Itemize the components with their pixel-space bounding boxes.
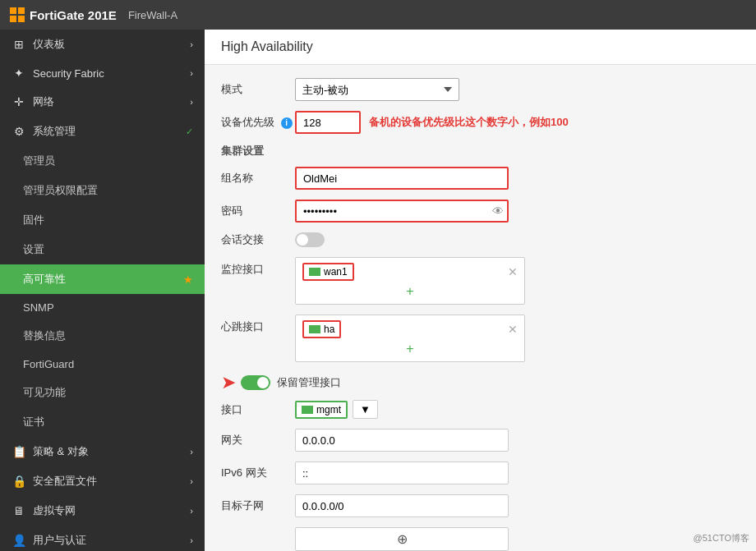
check-icon: ✓ <box>186 126 193 137</box>
main-layout: ⊞ 仪表板 › ✦ Security Fabric › ✛ 网络 › ⚙ 系统管… <box>0 30 756 551</box>
hostname: FireWall-A <box>128 9 177 21</box>
chevron-icon: › <box>190 447 193 457</box>
ipv6-gateway-row: IPv6 网关 <box>221 461 740 484</box>
sidebar-item-network[interactable]: ✛ 网络 › <box>0 87 205 117</box>
network-icon: ✛ <box>12 95 26 108</box>
group-name-label: 组名称 <box>221 171 295 186</box>
sidebar-item-policy[interactable]: 📋 策略 & 对象 › <box>0 437 205 466</box>
sidebar-item-dashboard[interactable]: ⊞ 仪表板 › <box>0 30 205 59</box>
sidebar-item-user-auth[interactable]: 👤 用户与认证 › <box>0 526 205 551</box>
remove-heartbeat-iface-icon[interactable]: ✕ <box>508 323 518 336</box>
gateway-input[interactable] <box>295 429 509 452</box>
password-row: 密码 👁 <box>221 200 740 223</box>
sidebar-item-visible-func[interactable]: 可见功能 <box>0 378 205 407</box>
password-label: 密码 <box>221 204 295 218</box>
gateway-row: 网关 <box>221 429 740 452</box>
sidebar-item-firmware[interactable]: 固件 <box>0 205 205 235</box>
heartbeat-iface-tag: ha <box>302 320 341 338</box>
iface-icon <box>309 268 320 276</box>
interface-dropdown-row: mgmt ▼ <box>295 400 378 419</box>
sidebar-item-snmp[interactable]: SNMP <box>0 294 205 321</box>
session-sync-row: 会话交接 <box>221 232 740 247</box>
sidebar-item-security-fabric[interactable]: ✦ Security Fabric › <box>0 59 205 87</box>
content-area: High Availability 模式 主动-被动 主动-主动 独立 设备优先… <box>205 30 756 551</box>
remove-monitor-iface-icon[interactable]: ✕ <box>508 265 518 278</box>
sidebar-label-user-auth: 用户与认证 <box>33 533 86 548</box>
interface-dropdown-button[interactable]: ▼ <box>353 400 378 419</box>
sidebar-item-vpn[interactable]: 🖥 虚拟专网 › <box>0 496 205 526</box>
priority-input[interactable] <box>295 111 361 134</box>
sidebar-label-fortiguard: FortiGuard <box>23 358 74 370</box>
interface-tag: mgmt <box>295 401 348 419</box>
monitor-iface-row: 监控接口 wan1 ✕ + <box>221 257 740 305</box>
chevron-icon: › <box>190 476 193 486</box>
ipv6-gateway-input[interactable] <box>295 461 509 484</box>
heartbeat-iface-value: ha <box>324 324 334 335</box>
dest-subnet-label: 目标子网 <box>221 498 295 513</box>
sidebar-label-cert: 证书 <box>23 415 44 429</box>
group-name-row: 组名称 <box>221 167 740 190</box>
monitor-iface-value: wan1 <box>324 266 348 278</box>
toggle-slider <box>295 232 325 247</box>
preserve-mgmt-label: 保留管理接口 <box>277 375 341 390</box>
security-profile-icon: 🔒 <box>12 475 26 488</box>
priority-annotation: 备机的设备优先级比这个数字小，例如100 <box>369 115 569 130</box>
add-monitor-iface-button[interactable]: + <box>302 284 518 299</box>
priority-info-icon[interactable]: i <box>281 117 293 129</box>
preserve-mgmt-toggle[interactable] <box>241 375 270 390</box>
sidebar-item-cert[interactable]: 证书 <box>0 407 205 437</box>
sidebar-item-admin[interactable]: 管理员 <box>0 146 205 176</box>
product-name: FortiGate 201E <box>30 8 117 22</box>
monitor-iface-label: 监控接口 <box>221 257 295 277</box>
chevron-icon: › <box>190 97 193 107</box>
add-subnet-button[interactable]: ⊕ <box>295 527 509 551</box>
star-icon: ★ <box>183 273 193 286</box>
sidebar-label-security-profile: 安全配置文件 <box>33 474 97 489</box>
sidebar-item-settings[interactable]: 设置 <box>0 235 205 264</box>
gateway-label: 网关 <box>221 433 295 448</box>
sidebar-item-ha[interactable]: 高可靠性 ★ <box>0 264 205 294</box>
priority-label: 设备优先级 i <box>221 115 295 130</box>
sidebar-label-ha: 高可靠性 <box>23 272 66 287</box>
heartbeat-iface-item: ha ✕ <box>302 320 518 338</box>
heartbeat-iface-label: 心跳接口 <box>221 315 295 334</box>
mode-row: 模式 主动-被动 主动-主动 独立 <box>221 78 740 101</box>
mode-select[interactable]: 主动-被动 主动-主动 独立 <box>295 78 459 101</box>
sidebar-label-visible-func: 可见功能 <box>23 385 66 400</box>
heartbeat-iface-box: ha ✕ + <box>295 315 525 362</box>
dashboard-icon: ⊞ <box>12 38 26 51</box>
session-sync-toggle[interactable] <box>295 232 325 247</box>
ipv6-gateway-label: IPv6 网关 <box>221 466 295 480</box>
monitor-iface-item: wan1 ✕ <box>302 263 518 281</box>
add-subnet-row: ⊕ <box>221 527 740 551</box>
dest-subnet-input[interactable] <box>295 494 509 517</box>
group-name-input[interactable] <box>295 167 509 190</box>
security-fabric-icon: ✦ <box>12 67 26 80</box>
sidebar-item-fortiguard[interactable]: FortiGuard <box>0 351 205 378</box>
sidebar-item-replace-msg[interactable]: 替换信息 <box>0 321 205 351</box>
chevron-icon: › <box>190 68 193 78</box>
mode-label: 模式 <box>221 82 295 97</box>
dest-subnet-row: 目标子网 <box>221 494 740 517</box>
arrow-icon: ➤ <box>221 372 236 393</box>
cluster-section-title: 集群设置 <box>221 144 740 158</box>
sidebar-label-snmp: SNMP <box>23 301 54 314</box>
page-title: High Availability <box>205 30 756 65</box>
topbar: FortiGate 201E FireWall-A <box>0 0 756 30</box>
sidebar-item-admin-roles[interactable]: 管理员权限配置 <box>0 176 205 205</box>
sidebar-label-settings: 设置 <box>23 242 44 257</box>
sidebar-label-replace-msg: 替换信息 <box>23 328 66 343</box>
sidebar-label-sysadmin: 系统管理 <box>33 124 76 139</box>
sidebar-label-admin: 管理员 <box>23 154 55 168</box>
interface-value: mgmt <box>316 404 341 416</box>
sidebar-item-sysadmin[interactable]: ⚙ 系统管理 ✓ <box>0 117 205 146</box>
sidebar-item-security-profile[interactable]: 🔒 安全配置文件 › <box>0 466 205 496</box>
eye-icon[interactable]: 👁 <box>492 204 504 218</box>
user-icon: 👤 <box>12 534 26 547</box>
add-heartbeat-iface-button[interactable]: + <box>302 342 518 356</box>
interface-label: 接口 <box>221 402 295 417</box>
logo-grid <box>10 7 25 22</box>
sysadmin-icon: ⚙ <box>12 125 26 138</box>
monitor-iface-box: wan1 ✕ + <box>295 257 525 305</box>
password-input[interactable] <box>295 200 509 223</box>
